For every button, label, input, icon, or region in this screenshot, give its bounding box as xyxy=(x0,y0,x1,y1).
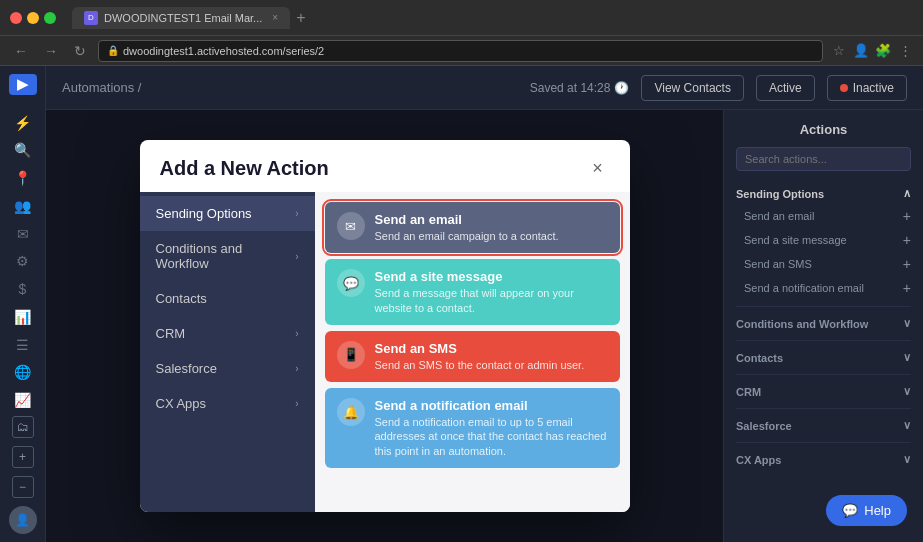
location-icon: 📍 xyxy=(14,170,31,186)
forward-button[interactable]: → xyxy=(40,41,62,61)
new-tab-button[interactable]: + xyxy=(296,9,305,27)
automation-canvas[interactable]: Add a New Action × Sending Options › xyxy=(46,110,723,542)
sidebar-item-analytics[interactable]: 📈 xyxy=(7,388,39,412)
sidebar-item-contacts[interactable]: 👥 xyxy=(7,194,39,218)
modal-close-button[interactable]: × xyxy=(586,156,610,180)
add-send-email-icon[interactable]: + xyxy=(903,208,911,224)
chevron-down-icon-2: ∨ xyxy=(903,351,911,364)
menu-item-cx-apps[interactable]: CX Apps › xyxy=(140,386,315,421)
panel-divider-4 xyxy=(736,408,911,409)
email-icon: ✉ xyxy=(17,226,29,242)
panel-item-notification-email[interactable]: Send a notification email + xyxy=(736,276,911,300)
right-panel: Actions Sending Options ∧ Send an email … xyxy=(723,110,923,542)
action-card-send-email[interactable]: ✉ Send an email Send an email campaign t… xyxy=(325,202,620,253)
zoom-in-button[interactable]: + xyxy=(12,446,34,468)
user-avatar[interactable]: 👤 xyxy=(9,506,37,534)
add-notification-icon[interactable]: + xyxy=(903,280,911,296)
tab-favicon: D xyxy=(84,11,98,25)
sidebar-item-reports[interactable]: 📊 xyxy=(7,305,39,329)
tab-bar: D DWOODINGTEST1 Email Mar... × + xyxy=(72,7,305,29)
panel-section-sending-options[interactable]: Sending Options ∧ xyxy=(736,183,911,204)
browser-toolbar-icons: ☆ 👤 🧩 ⋮ xyxy=(831,43,913,59)
panel-section-contacts[interactable]: Contacts ∨ xyxy=(736,347,911,368)
sms-text: Send an SMS Send an SMS to the contact o… xyxy=(375,341,608,372)
inactive-button[interactable]: Inactive xyxy=(827,75,907,101)
sidebar-item-lists[interactable]: ☰ xyxy=(7,333,39,357)
menu-item-conditions[interactable]: Conditions and Workflow › xyxy=(140,231,315,281)
panel-section-cx-apps[interactable]: CX Apps ∨ xyxy=(736,449,911,470)
panel-divider-3 xyxy=(736,374,911,375)
search-actions-input[interactable] xyxy=(736,147,911,171)
active-tab[interactable]: D DWOODINGTEST1 Email Mar... × xyxy=(72,7,290,29)
right-panel-title: Actions xyxy=(736,122,911,137)
lock-icon: 🔒 xyxy=(107,45,119,56)
close-light[interactable] xyxy=(10,12,22,24)
expand-light[interactable] xyxy=(44,12,56,24)
send-email-icon: ✉ xyxy=(337,212,365,240)
sidebar-item-automations[interactable]: ⚡ xyxy=(7,111,39,135)
add-sms-icon[interactable]: + xyxy=(903,256,911,272)
action-card-site-message[interactable]: 💬 Send a site message Send a message tha… xyxy=(325,259,620,325)
sidebar-item-email[interactable]: ✉ xyxy=(7,222,39,246)
help-button[interactable]: 💬 Help xyxy=(826,495,907,526)
chevron-icon-3: › xyxy=(295,328,298,339)
menu-item-salesforce[interactable]: Salesforce › xyxy=(140,351,315,386)
browser-chrome: D DWOODINGTEST1 Email Mar... × + ← → ↻ 🔒… xyxy=(0,0,923,66)
tab-close-btn[interactable]: × xyxy=(272,12,278,23)
back-button[interactable]: ← xyxy=(10,41,32,61)
chevron-icon-0: › xyxy=(295,208,298,219)
star-icon[interactable]: ☆ xyxy=(831,43,847,59)
sidebar-bottom: 🗂 + − 👤 xyxy=(9,416,37,542)
modal-overlay: Add a New Action × Sending Options › xyxy=(46,110,723,542)
refresh-button[interactable]: ↻ xyxy=(70,41,90,61)
top-bar: Automations / Saved at 14:28 🕐 View Cont… xyxy=(46,66,923,110)
modal-action-list: ✉ Send an email Send an email campaign t… xyxy=(315,192,630,512)
sidebar-item-location[interactable]: 📍 xyxy=(7,166,39,190)
panel-section-salesforce[interactable]: Salesforce ∨ xyxy=(736,415,911,436)
left-sidebar: ▶ ⚡ 🔍 📍 👥 ✉ ⚙ $ 📊 ☰ 🌐 📈 xyxy=(0,66,46,542)
panel-item-send-sms[interactable]: Send an SMS + xyxy=(736,252,911,276)
panel-divider-5 xyxy=(736,442,911,443)
app-logo[interactable]: ▶ xyxy=(9,74,37,95)
contacts-icon: 👥 xyxy=(14,198,31,214)
sidebar-item-deals[interactable]: $ xyxy=(7,277,39,301)
site-message-icon: 💬 xyxy=(337,269,365,297)
panel-item-send-email[interactable]: Send an email + xyxy=(736,204,911,228)
menu-item-contacts[interactable]: Contacts xyxy=(140,281,315,316)
active-button[interactable]: Active xyxy=(756,75,815,101)
add-action-modal: Add a New Action × Sending Options › xyxy=(140,140,630,512)
modal-body: Sending Options › Conditions and Workflo… xyxy=(140,192,630,512)
profile-icon[interactable]: 👤 xyxy=(853,43,869,59)
extension-icon[interactable]: 🧩 xyxy=(875,43,891,59)
chevron-up-icon: ∧ xyxy=(903,187,911,200)
globe-icon: 🌐 xyxy=(14,364,31,380)
modal-header: Add a New Action × xyxy=(140,140,630,192)
zoom-out-button[interactable]: − xyxy=(12,476,34,498)
chevron-down-icon-1: ∨ xyxy=(903,317,911,330)
panel-section-conditions[interactable]: Conditions and Workflow ∨ xyxy=(736,313,911,334)
tab-title: DWOODINGTEST1 Email Mar... xyxy=(104,12,262,24)
action-card-send-sms[interactable]: 📱 Send an SMS Send an SMS to the contact… xyxy=(325,331,620,382)
saved-status: Saved at 14:28 🕐 xyxy=(530,81,630,95)
menu-item-crm[interactable]: CRM › xyxy=(140,316,315,351)
sms-icon: 📱 xyxy=(337,341,365,369)
inactive-dot xyxy=(840,84,848,92)
main-content: Automations / Saved at 14:28 🕐 View Cont… xyxy=(46,66,923,542)
sidebar-item-globe[interactable]: 🌐 xyxy=(7,361,39,385)
address-bar[interactable]: 🔒 dwoodingtest1.activehosted.com/series/… xyxy=(98,40,823,62)
more-options-icon[interactable]: ⋮ xyxy=(897,43,913,59)
panel-divider-2 xyxy=(736,340,911,341)
sidebar-item-settings[interactable]: ⚙ xyxy=(7,250,39,274)
sidebar-item-search[interactable]: 🔍 xyxy=(7,139,39,163)
lists-icon: ☰ xyxy=(16,337,29,353)
panel-section-crm[interactable]: CRM ∨ xyxy=(736,381,911,402)
panel-item-site-message[interactable]: Send a site message + xyxy=(736,228,911,252)
minimize-light[interactable] xyxy=(27,12,39,24)
sidebar-item-pages[interactable]: 🗂 xyxy=(12,416,34,438)
add-site-message-icon[interactable]: + xyxy=(903,232,911,248)
view-contacts-button[interactable]: View Contacts xyxy=(641,75,743,101)
action-card-notification-email[interactable]: 🔔 Send a notification email Send a notif… xyxy=(325,388,620,468)
analytics-icon: 📈 xyxy=(14,392,31,408)
clock-icon: 🕐 xyxy=(614,81,629,95)
menu-item-sending-options[interactable]: Sending Options › xyxy=(140,196,315,231)
